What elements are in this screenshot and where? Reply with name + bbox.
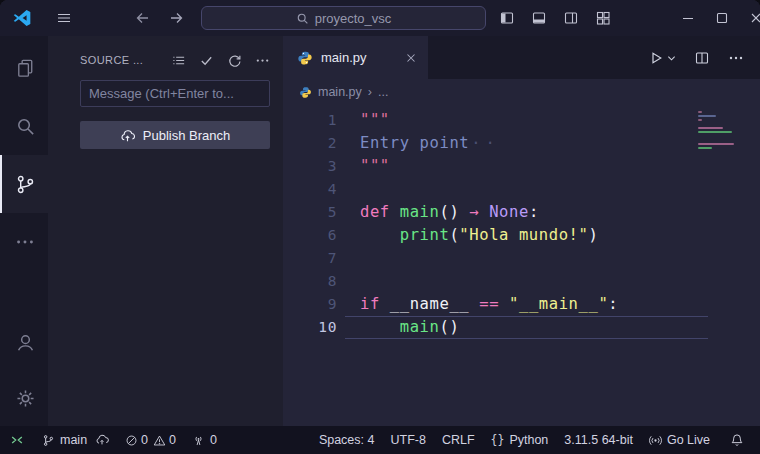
vscode-logo-icon [12,8,32,28]
problems-status[interactable]: 0 0 [117,426,184,454]
commit-message-input[interactable] [80,80,270,107]
chevron-down-icon [667,54,676,62]
ports-status[interactable]: 0 [184,426,225,454]
search-value: proyecto_vsc [315,11,392,26]
radio-tower-icon [192,434,205,447]
activity-settings[interactable] [0,370,48,426]
eol-label: CRLF [442,433,475,447]
window-close-icon[interactable] [748,10,760,26]
nav-back-icon[interactable] [135,10,151,26]
activity-more-views[interactable] [0,213,48,271]
code-line[interactable]: 7 [283,247,760,270]
go-live-status[interactable]: Go Live [641,426,718,454]
port-count: 0 [210,433,217,447]
branch-label: main [60,433,87,447]
sidebar-header-actions [171,53,270,68]
braces-icon: {} [491,433,505,447]
code-line[interactable]: 10 main() [283,316,760,339]
commit-check-icon[interactable] [199,53,214,68]
golive-label: Go Live [667,433,710,447]
code-line[interactable]: 1""" [283,109,760,132]
window-minimize-icon[interactable] [680,10,696,26]
command-center-search[interactable]: proyecto_vsc [201,6,486,30]
encoding-label: UTF-8 [390,433,425,447]
code-area[interactable]: 1"""2Entry point··3"""45def main() → Non… [283,105,760,339]
code-line[interactable]: 6 print("Hola mundo!") [283,224,760,247]
interpreter-status[interactable]: 3.11.5 64-bit [556,426,641,454]
language-status[interactable]: {} Python [483,426,557,454]
error-count: 0 [141,433,148,447]
branch-status[interactable]: main [34,426,117,454]
cloud-upload-icon [120,128,135,143]
ellipsis-icon [14,231,36,253]
activity-bar [0,36,48,426]
split-editor-icon[interactable] [694,50,710,66]
code-line[interactable]: 5def main() → None: [283,201,760,224]
code-line[interactable]: 9if __name__ == "__main__": [283,293,760,316]
remote-icon [10,433,24,447]
run-python-file-button[interactable] [648,50,676,66]
python-icon [297,50,313,66]
files-icon [14,57,37,80]
status-right: Spaces: 4 UTF-8 CRLF {} Python 3.11.5 64… [311,426,760,454]
breadcrumb: main.py › ... [283,79,760,105]
encoding-status[interactable]: UTF-8 [382,426,433,454]
customize-layout-icon[interactable] [595,10,611,26]
warning-count: 0 [169,433,176,447]
breadcrumb-file[interactable]: main.py [318,85,362,99]
errors-icon [125,434,138,447]
publish-branch-button[interactable]: Publish Branch [80,121,270,149]
editor-group: main.py [283,36,760,426]
activity-accounts[interactable] [0,314,48,370]
tab-main-py[interactable]: main.py [283,36,428,79]
code-line[interactable]: 3""" [283,155,760,178]
breadcrumb-separator: › [368,85,372,99]
branch-icon [42,434,55,447]
sidebar-source-control: SOURCE ... [48,36,283,426]
breadcrumb-more[interactable]: ... [378,85,388,99]
code-line[interactable]: 2Entry point·· [283,132,760,155]
activity-source-control[interactable] [0,155,48,213]
code-lines: 1"""2Entry point··3"""45def main() → Non… [283,109,760,339]
broadcast-icon [649,434,662,447]
tab-bar: main.py [283,36,760,79]
more-actions-icon[interactable] [728,50,744,66]
warnings-icon [153,434,166,447]
search-icon [14,115,37,138]
remote-indicator[interactable] [0,426,34,454]
code-line[interactable]: 4 [283,178,760,201]
interpreter-label: 3.11.5 64-bit [564,433,633,447]
titlebar: proyecto_vsc [0,0,760,36]
refresh-icon[interactable] [227,53,242,68]
code-line[interactable]: 8 [283,270,760,293]
account-icon [14,331,37,354]
tab-label: main.py [321,50,367,65]
activity-search[interactable] [0,97,48,155]
tab-close-icon[interactable] [404,51,418,65]
source-control-branch-icon [14,173,37,196]
notifications-status[interactable] [718,426,756,454]
minimap[interactable] [698,111,742,151]
play-icon [648,50,664,66]
toggle-secondary-sidebar-icon[interactable] [563,10,579,26]
activity-explorer[interactable] [0,39,48,97]
menu-hamburger-icon[interactable] [56,10,72,26]
main-area: SOURCE ... [0,36,760,426]
window-maximize-icon[interactable] [714,10,730,26]
indentation-status[interactable]: Spaces: 4 [311,426,383,454]
more-actions-icon[interactable] [255,53,270,68]
vscode-window: proyecto_vsc [0,0,760,454]
gear-icon [14,387,37,410]
toggle-panel-icon[interactable] [531,10,547,26]
status-bar: main 0 0 0 [0,426,760,454]
sidebar-header: SOURCE ... [48,42,283,78]
eol-status[interactable]: CRLF [434,426,483,454]
nav-forward-icon[interactable] [168,10,184,26]
activity-bottom [0,311,48,426]
language-label: Python [509,433,548,447]
search-icon [296,12,309,25]
view-as-list-icon[interactable] [171,53,186,68]
toggle-sidebar-icon[interactable] [499,10,515,26]
editor-actions [648,36,760,79]
python-icon [299,86,312,99]
